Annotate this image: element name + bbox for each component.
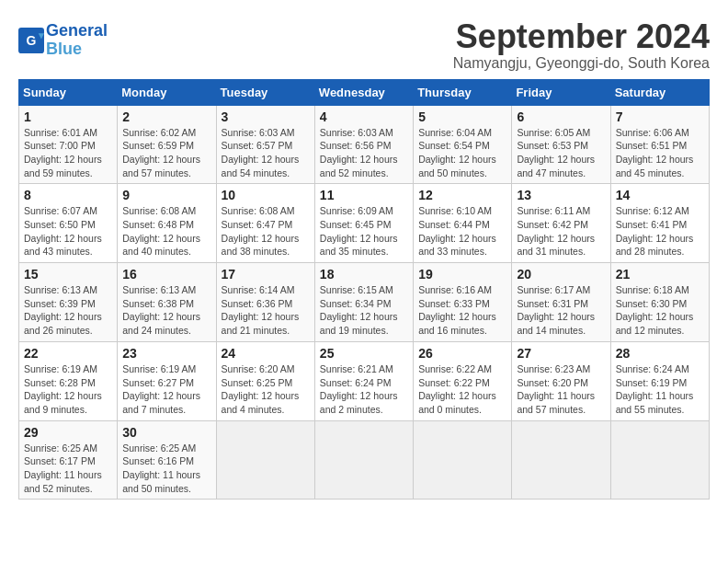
day-info: Sunrise: 6:14 AM Sunset: 6:36 PM Dayligh… bbox=[222, 283, 310, 338]
day-info: Sunrise: 6:09 AM Sunset: 6:45 PM Dayligh… bbox=[320, 204, 408, 259]
calendar-cell bbox=[414, 420, 512, 500]
calendar-cell bbox=[610, 420, 709, 500]
weekday-header-wednesday: Wednesday bbox=[314, 79, 413, 105]
calendar-cell bbox=[314, 420, 413, 500]
day-info: Sunrise: 6:23 AM Sunset: 6:20 PM Dayligh… bbox=[517, 362, 605, 417]
logo: G GeneralBlue bbox=[18, 22, 108, 59]
week-row-1: 1Sunrise: 6:01 AM Sunset: 7:00 PM Daylig… bbox=[19, 105, 710, 184]
weekday-header-monday: Monday bbox=[118, 79, 216, 105]
day-number: 24 bbox=[222, 346, 310, 361]
calendar-cell: 18Sunrise: 6:15 AM Sunset: 6:34 PM Dayli… bbox=[314, 263, 413, 342]
day-info: Sunrise: 6:22 AM Sunset: 6:22 PM Dayligh… bbox=[418, 362, 506, 417]
logo-icon: G bbox=[18, 28, 44, 53]
calendar-cell: 13Sunrise: 6:11 AM Sunset: 6:42 PM Dayli… bbox=[512, 184, 610, 263]
day-info: Sunrise: 6:02 AM Sunset: 6:59 PM Dayligh… bbox=[122, 126, 210, 180]
day-number: 6 bbox=[517, 109, 605, 124]
day-info: Sunrise: 6:03 AM Sunset: 6:56 PM Dayligh… bbox=[320, 126, 408, 180]
week-row-5: 29Sunrise: 6:25 AM Sunset: 6:17 PM Dayli… bbox=[19, 420, 710, 500]
calendar-cell: 4Sunrise: 6:03 AM Sunset: 6:56 PM Daylig… bbox=[314, 105, 413, 184]
day-info: Sunrise: 6:08 AM Sunset: 6:48 PM Dayligh… bbox=[122, 204, 210, 259]
calendar-cell: 8Sunrise: 6:07 AM Sunset: 6:50 PM Daylig… bbox=[19, 184, 118, 263]
calendar-cell bbox=[512, 420, 610, 500]
day-info: Sunrise: 6:16 AM Sunset: 6:33 PM Dayligh… bbox=[418, 283, 506, 338]
day-info: Sunrise: 6:07 AM Sunset: 6:50 PM Dayligh… bbox=[24, 204, 112, 259]
weekday-header-sunday: Sunday bbox=[19, 79, 118, 105]
week-row-2: 8Sunrise: 6:07 AM Sunset: 6:50 PM Daylig… bbox=[19, 184, 710, 263]
calendar-cell: 5Sunrise: 6:04 AM Sunset: 6:54 PM Daylig… bbox=[414, 105, 512, 184]
calendar-cell: 17Sunrise: 6:14 AM Sunset: 6:36 PM Dayli… bbox=[216, 263, 314, 342]
calendar-cell: 2Sunrise: 6:02 AM Sunset: 6:59 PM Daylig… bbox=[118, 105, 216, 184]
calendar-cell: 3Sunrise: 6:03 AM Sunset: 6:57 PM Daylig… bbox=[216, 105, 314, 184]
day-number: 27 bbox=[517, 346, 605, 361]
location-subtitle: Namyangju, Gyeonggi-do, South Korea bbox=[453, 55, 710, 72]
week-row-3: 15Sunrise: 6:13 AM Sunset: 6:39 PM Dayli… bbox=[19, 263, 710, 342]
day-number: 22 bbox=[24, 346, 112, 361]
day-number: 5 bbox=[418, 109, 506, 124]
calendar-cell bbox=[216, 420, 314, 500]
calendar-cell: 24Sunrise: 6:20 AM Sunset: 6:25 PM Dayli… bbox=[216, 341, 314, 420]
calendar-cell: 12Sunrise: 6:10 AM Sunset: 6:44 PM Dayli… bbox=[414, 184, 512, 263]
day-info: Sunrise: 6:10 AM Sunset: 6:44 PM Dayligh… bbox=[418, 204, 506, 259]
day-number: 17 bbox=[222, 267, 310, 282]
day-info: Sunrise: 6:01 AM Sunset: 7:00 PM Dayligh… bbox=[24, 126, 112, 180]
calendar-table: SundayMondayTuesdayWednesdayThursdayFrid… bbox=[18, 79, 710, 500]
weekday-header-row: SundayMondayTuesdayWednesdayThursdayFrid… bbox=[19, 79, 710, 105]
calendar-cell: 22Sunrise: 6:19 AM Sunset: 6:28 PM Dayli… bbox=[19, 341, 118, 420]
title-block: September 2024 Namyangju, Gyeonggi-do, S… bbox=[453, 18, 710, 72]
day-number: 10 bbox=[222, 188, 310, 202]
calendar-cell: 21Sunrise: 6:18 AM Sunset: 6:30 PM Dayli… bbox=[610, 263, 709, 342]
day-number: 23 bbox=[122, 346, 210, 361]
day-number: 1 bbox=[24, 109, 112, 124]
calendar-cell: 26Sunrise: 6:22 AM Sunset: 6:22 PM Dayli… bbox=[414, 341, 512, 420]
calendar-cell: 9Sunrise: 6:08 AM Sunset: 6:48 PM Daylig… bbox=[118, 184, 216, 263]
calendar-cell: 20Sunrise: 6:17 AM Sunset: 6:31 PM Dayli… bbox=[512, 263, 610, 342]
calendar-cell: 10Sunrise: 6:08 AM Sunset: 6:47 PM Dayli… bbox=[216, 184, 314, 263]
calendar-cell: 7Sunrise: 6:06 AM Sunset: 6:51 PM Daylig… bbox=[610, 105, 709, 184]
day-number: 19 bbox=[418, 267, 506, 282]
day-info: Sunrise: 6:05 AM Sunset: 6:53 PM Dayligh… bbox=[517, 126, 605, 180]
day-info: Sunrise: 6:04 AM Sunset: 6:54 PM Dayligh… bbox=[418, 126, 506, 180]
day-info: Sunrise: 6:25 AM Sunset: 6:16 PM Dayligh… bbox=[122, 442, 210, 496]
day-number: 7 bbox=[616, 109, 704, 124]
day-number: 26 bbox=[418, 346, 506, 361]
day-info: Sunrise: 6:19 AM Sunset: 6:28 PM Dayligh… bbox=[24, 362, 112, 417]
day-info: Sunrise: 6:11 AM Sunset: 6:42 PM Dayligh… bbox=[517, 204, 605, 259]
day-info: Sunrise: 6:25 AM Sunset: 6:17 PM Dayligh… bbox=[24, 442, 112, 496]
calendar-cell: 27Sunrise: 6:23 AM Sunset: 6:20 PM Dayli… bbox=[512, 341, 610, 420]
day-number: 20 bbox=[517, 267, 605, 282]
calendar-cell: 25Sunrise: 6:21 AM Sunset: 6:24 PM Dayli… bbox=[314, 341, 413, 420]
calendar-cell: 19Sunrise: 6:16 AM Sunset: 6:33 PM Dayli… bbox=[414, 263, 512, 342]
day-info: Sunrise: 6:03 AM Sunset: 6:57 PM Dayligh… bbox=[222, 126, 310, 180]
calendar-cell: 11Sunrise: 6:09 AM Sunset: 6:45 PM Dayli… bbox=[314, 184, 413, 263]
day-number: 18 bbox=[320, 267, 408, 282]
day-number: 28 bbox=[616, 346, 704, 361]
day-number: 12 bbox=[418, 188, 506, 202]
day-info: Sunrise: 6:21 AM Sunset: 6:24 PM Dayligh… bbox=[320, 362, 408, 417]
weekday-header-saturday: Saturday bbox=[610, 79, 709, 105]
day-info: Sunrise: 6:17 AM Sunset: 6:31 PM Dayligh… bbox=[517, 283, 605, 338]
calendar-cell: 29Sunrise: 6:25 AM Sunset: 6:17 PM Dayli… bbox=[19, 420, 118, 500]
day-number: 3 bbox=[222, 109, 310, 124]
day-info: Sunrise: 6:24 AM Sunset: 6:19 PM Dayligh… bbox=[616, 362, 704, 417]
day-info: Sunrise: 6:15 AM Sunset: 6:34 PM Dayligh… bbox=[320, 283, 408, 338]
calendar-cell: 28Sunrise: 6:24 AM Sunset: 6:19 PM Dayli… bbox=[610, 341, 709, 420]
calendar-header: G GeneralBlue September 2024 Namyangju, … bbox=[18, 18, 710, 72]
day-number: 16 bbox=[122, 267, 210, 282]
day-number: 21 bbox=[616, 267, 704, 282]
day-info: Sunrise: 6:08 AM Sunset: 6:47 PM Dayligh… bbox=[222, 204, 310, 259]
day-info: Sunrise: 6:20 AM Sunset: 6:25 PM Dayligh… bbox=[222, 362, 310, 417]
calendar-cell: 16Sunrise: 6:13 AM Sunset: 6:38 PM Dayli… bbox=[118, 263, 216, 342]
calendar-cell: 30Sunrise: 6:25 AM Sunset: 6:16 PM Dayli… bbox=[118, 420, 216, 500]
weekday-header-friday: Friday bbox=[512, 79, 610, 105]
calendar-cell: 1Sunrise: 6:01 AM Sunset: 7:00 PM Daylig… bbox=[19, 105, 118, 184]
weekday-header-thursday: Thursday bbox=[414, 79, 512, 105]
svg-text:G: G bbox=[27, 32, 37, 47]
day-number: 4 bbox=[320, 109, 408, 124]
day-number: 15 bbox=[24, 267, 112, 282]
calendar-cell: 14Sunrise: 6:12 AM Sunset: 6:41 PM Dayli… bbox=[610, 184, 709, 263]
day-number: 11 bbox=[320, 188, 408, 202]
day-number: 2 bbox=[122, 109, 210, 124]
calendar-cell: 15Sunrise: 6:13 AM Sunset: 6:39 PM Dayli… bbox=[19, 263, 118, 342]
day-number: 9 bbox=[122, 188, 210, 202]
logo-text: GeneralBlue bbox=[46, 22, 108, 59]
